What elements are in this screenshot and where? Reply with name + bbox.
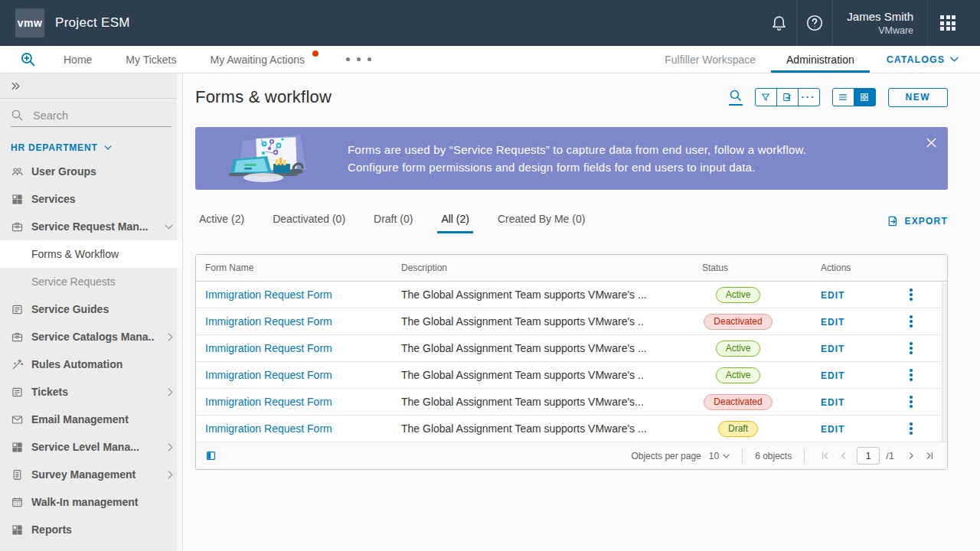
form-name-link[interactable]: Immigration Request Form: [205, 289, 332, 301]
table-scrollbar[interactable]: [942, 282, 947, 442]
last-page-button[interactable]: [922, 448, 937, 464]
sidebar-item-forms-workflow[interactable]: Forms & Workflow: [0, 240, 182, 268]
edit-link[interactable]: EDIT: [821, 370, 844, 381]
table-search-button[interactable]: [729, 89, 743, 106]
column-header-actions[interactable]: Actions: [821, 262, 905, 273]
notifications-button[interactable]: [761, 0, 796, 46]
form-name-link[interactable]: Immigration Request Form: [205, 396, 332, 408]
row-actions-menu[interactable]: [905, 285, 917, 304]
edit-link[interactable]: EDIT: [821, 424, 844, 435]
sidebar-item-service-level-management[interactable]: Service Level Mana...: [0, 433, 182, 461]
sidebar-item-user-groups[interactable]: User Groups: [0, 158, 182, 185]
sidebar-item-survey-management[interactable]: Survey Management: [0, 461, 182, 488]
status-badge: Deactivated: [704, 314, 772, 330]
footer-divider: [742, 448, 743, 464]
nav-item-my-awaiting-actions[interactable]: My Awaiting Actions: [193, 46, 325, 73]
row-actions-menu[interactable]: [905, 312, 917, 331]
magic-wand-icon: [11, 358, 24, 371]
sidebar-item-tickets[interactable]: Tickets: [0, 378, 182, 406]
first-page-button[interactable]: [817, 448, 832, 464]
tab-administration[interactable]: Administration: [771, 46, 870, 73]
nav-item-my-tickets[interactable]: My Tickets: [109, 46, 193, 73]
tab-fulfiller-workspace[interactable]: Fulfiller Workspace: [649, 46, 771, 73]
description-text: The Global Assignment Team supports VMwa…: [401, 396, 644, 408]
form-name-link[interactable]: Immigration Request Form: [205, 315, 332, 328]
tab-created-by-me[interactable]: Created By Me (0): [494, 213, 589, 233]
user-name: James Smith: [847, 9, 913, 24]
banner-close-button[interactable]: [924, 135, 938, 149]
status-badge: Draft: [718, 421, 758, 437]
form-name-link[interactable]: Immigration Request Form: [205, 422, 332, 435]
banner-line-2: Configure form permissions and design fo…: [348, 158, 806, 176]
survey-list-icon: [11, 468, 24, 481]
status-badge: Active: [716, 367, 761, 383]
help-button[interactable]: [797, 0, 832, 46]
previous-page-button[interactable]: [835, 448, 851, 464]
user-menu[interactable]: James Smith VMware: [833, 9, 927, 37]
column-header-description[interactable]: Description: [401, 262, 702, 273]
sidebar-item-services[interactable]: Services: [0, 185, 182, 213]
tab-draft[interactable]: Draft (0): [370, 213, 416, 233]
objects-per-page-label: Objects per page: [631, 451, 701, 461]
edit-link[interactable]: EDIT: [821, 344, 844, 354]
workspace-navbar: Home My Tickets My Awaiting Actions Fulf…: [0, 46, 980, 73]
app-grid-icon: [940, 15, 956, 31]
vmware-logo[interactable]: vmw: [15, 8, 44, 37]
sidebar-item-service-guides[interactable]: Service Guides: [0, 295, 182, 323]
sidebar-item-reports[interactable]: Reports: [0, 516, 182, 543]
export-table-button[interactable]: [776, 88, 799, 106]
edit-link[interactable]: EDIT: [821, 290, 844, 301]
catalogs-dropdown[interactable]: CATALOGS: [870, 46, 980, 73]
table-actions-group: ···: [755, 88, 820, 106]
list-view-button[interactable]: [832, 88, 854, 106]
current-page-input[interactable]: [857, 447, 880, 465]
app-launcher-button[interactable]: [928, 0, 968, 46]
sidebar-item-service-requests[interactable]: Service Requests: [0, 268, 182, 295]
double-chevron-right-icon: [10, 80, 21, 92]
chevron-right-icon: [168, 443, 173, 452]
edit-link[interactable]: EDIT: [821, 317, 844, 328]
new-button[interactable]: NEW: [888, 88, 949, 107]
row-actions-menu[interactable]: [905, 419, 917, 438]
more-actions-button[interactable]: ···: [798, 88, 820, 106]
card-view-button[interactable]: [854, 88, 876, 106]
form-name-link[interactable]: Immigration Request Form: [205, 342, 332, 354]
objects-per-page-dropdown[interactable]: Objects per page 10: [631, 451, 730, 461]
column-settings-button[interactable]: [205, 450, 217, 461]
sidebar-item-walk-in-management[interactable]: Walk-In management: [0, 488, 182, 516]
description-text: The Global Assignment Team supports VMwa…: [401, 315, 644, 328]
sidebar-search-input[interactable]: [33, 109, 148, 122]
tab-deactivated[interactable]: Deactivated (0): [269, 213, 349, 233]
sidebar-item-service-catalogs-management[interactable]: Service Catalogs Mana..: [0, 323, 182, 350]
department-selector[interactable]: HR DEPARTMENT: [11, 142, 172, 153]
form-name-link[interactable]: Immigration Request Form: [205, 369, 332, 381]
tab-all[interactable]: All (2): [437, 213, 473, 233]
table-header-row: Form Name Description Status Actions: [196, 255, 947, 282]
next-page-button[interactable]: [903, 448, 919, 464]
sidebar-item-rules-automation[interactable]: Rules Automation: [0, 350, 182, 378]
page-size-value: 10: [709, 451, 719, 461]
nav-overflow-menu[interactable]: [326, 46, 391, 73]
sidebar-item-email-management[interactable]: Email Management: [0, 406, 182, 433]
sidebar-collapse-button[interactable]: [0, 73, 182, 99]
tab-active[interactable]: Active (2): [195, 213, 248, 233]
filter-button[interactable]: [755, 88, 777, 106]
row-actions-menu[interactable]: [905, 393, 917, 411]
global-search-button[interactable]: [0, 46, 47, 73]
search-icon: [11, 109, 24, 122]
briefcase-icon: [11, 220, 24, 233]
nav-item-home[interactable]: Home: [47, 46, 109, 73]
blocks-icon: [11, 193, 24, 206]
chevron-right-icon: [168, 333, 173, 341]
row-actions-menu[interactable]: [905, 366, 917, 384]
export-button[interactable]: EXPORT: [887, 215, 948, 233]
edit-link[interactable]: EDIT: [821, 397, 844, 408]
banner-line-1: Forms are used by “Service Requests” to …: [348, 141, 806, 158]
description-text: The Global Assignment Team supports VMwa…: [401, 289, 647, 301]
sidebar-item-label: Service Guides: [31, 303, 109, 315]
column-header-form-name[interactable]: Form Name: [205, 262, 401, 273]
row-actions-menu[interactable]: [905, 339, 917, 357]
pagination: /1: [817, 447, 937, 465]
sidebar-item-service-request-management[interactable]: Service Request Man...: [0, 213, 182, 240]
column-header-status[interactable]: Status: [702, 262, 821, 273]
